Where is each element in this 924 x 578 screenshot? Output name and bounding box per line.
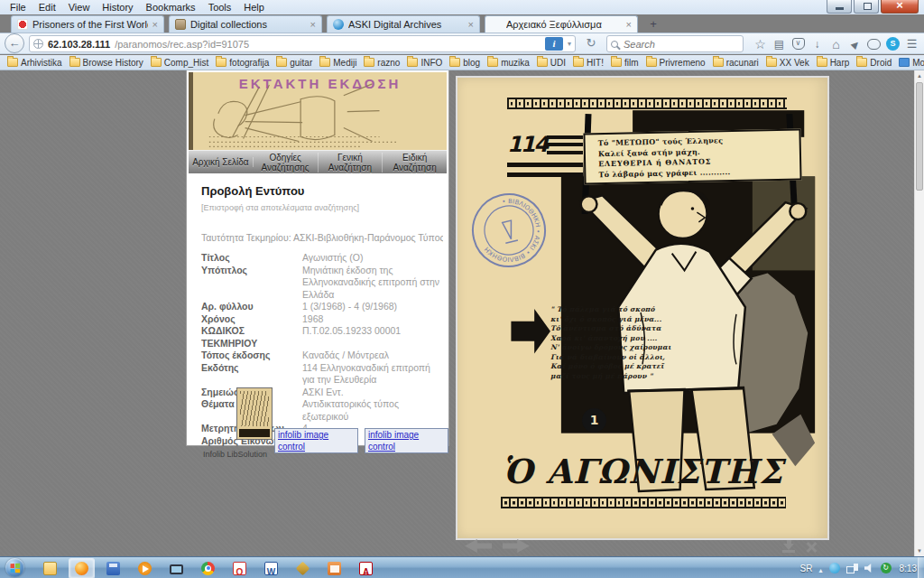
taskbar-media-player-button[interactable] [133, 559, 157, 578]
close-icon[interactable] [806, 541, 818, 553]
back-button[interactable]: ← [5, 33, 24, 53]
document-scan[interactable]: 114 Τό "ΜΕΤΩΠΟ" τούς ΈλληνεςΚαλεί ξανά σ… [456, 76, 829, 540]
archive-favicon-icon [175, 19, 186, 30]
bookmark-label: Privremeno [660, 58, 706, 68]
network-icon[interactable] [846, 564, 858, 573]
tab-close-icon[interactable]: × [468, 20, 474, 30]
bookmark-muzika[interactable]: muzika [484, 58, 533, 68]
bookmark-label: Comp_Hist [164, 58, 208, 68]
share-icon[interactable] [845, 35, 864, 53]
search-input[interactable] [622, 38, 739, 51]
bookmark-harp[interactable]: Harp [813, 58, 854, 68]
start-button[interactable] [5, 558, 24, 577]
tab-aski-digital-archives[interactable]: ASKI Digital Archives× [327, 15, 480, 33]
menu-help[interactable]: Help [237, 1, 271, 14]
clock[interactable]: 8:13 [900, 564, 917, 573]
next-page-icon[interactable] [503, 539, 530, 553]
taskbar-word-button[interactable] [259, 559, 283, 578]
taskbar-backup-button[interactable] [101, 559, 125, 578]
record-field-row: Αρ. φύλλου1 (3/1968) - 4 (9/1968) [201, 301, 445, 313]
home-icon[interactable] [827, 35, 845, 53]
menu-view[interactable]: View [62, 1, 97, 14]
tab-close-icon[interactable]: × [152, 20, 158, 30]
scroll-down-icon[interactable]: ▼ [915, 545, 924, 556]
menu-icon[interactable] [902, 35, 921, 53]
chat-icon[interactable] [864, 35, 883, 53]
bookmark-razno[interactable]: razno [360, 58, 403, 68]
page-tools [782, 540, 818, 553]
scrollbar-thumb[interactable] [916, 82, 923, 191]
messenger-icon[interactable] [829, 563, 840, 573]
bookmark-hit[interactable]: HIT! [569, 58, 607, 68]
menu-file[interactable]: File [4, 1, 32, 14]
previous-page-icon[interactable] [465, 539, 492, 553]
tab-prisoners-of-the-first-world[interactable]: Prisoners of the First World...× [11, 15, 164, 33]
folder-icon [7, 58, 18, 67]
bookmark-label: razno [377, 58, 400, 68]
language-indicator[interactable]: SR [800, 564, 813, 573]
restore-button[interactable] [854, 0, 879, 14]
bookmark-star-icon[interactable] [751, 35, 770, 53]
taskbar-chrome-button[interactable] [196, 559, 220, 578]
field-value: Π.Τ.02.05.19233 00001 [302, 325, 445, 350]
bookmark-blog[interactable]: blog [446, 58, 484, 68]
site-nav-1[interactable]: Αρχική Σελίδα [189, 157, 254, 167]
bookmark-fotografija[interactable]: fotografija [212, 58, 273, 68]
bookmark-most-visited[interactable]: Most Visited [895, 58, 924, 68]
bookmark-info[interactable]: INFO [403, 58, 446, 68]
bookmark-privremeno[interactable]: Privremeno [642, 58, 709, 68]
taskbar-windows-explorer-button[interactable] [38, 559, 62, 578]
menu-tools[interactable]: Tools [202, 1, 238, 14]
tab-αρχειακό-ξεφύλλισμα[interactable]: Αρχειακό Ξεφύλλισμα× [485, 15, 638, 33]
tab-close-icon[interactable]: × [310, 20, 316, 30]
bookmark-film[interactable]: film [607, 58, 642, 68]
bookmark-arhivistika[interactable]: Arhivistika [4, 58, 66, 68]
menu-history[interactable]: History [96, 1, 139, 14]
bookmark-label: Browse History [83, 58, 143, 68]
download-icon[interactable] [782, 540, 795, 553]
close-button[interactable] [881, 0, 919, 14]
tab-close-icon[interactable]: × [626, 20, 632, 30]
taskbar-office-tool-button[interactable] [291, 559, 315, 578]
minimize-button[interactable] [827, 0, 852, 14]
taskbar-display-settings-button[interactable] [164, 559, 189, 578]
menu-bookmarks[interactable]: Bookmarks [140, 1, 202, 14]
volume-icon[interactable] [864, 564, 874, 573]
downloads-icon[interactable] [808, 35, 827, 53]
bookmark-udi[interactable]: UDI [533, 58, 569, 68]
reading-list-icon[interactable] [770, 35, 789, 53]
menu-edit[interactable]: Edit [32, 1, 62, 14]
bookmark-droid[interactable]: Droid [853, 58, 895, 68]
bookmark-browse-history[interactable]: Browse History [66, 58, 147, 68]
bookmark-xx-vek[interactable]: XX Vek [762, 58, 813, 68]
reload-button[interactable]: ↻ [581, 35, 601, 52]
site-nav-2[interactable]: Οδηγίες Αναζήτησης [254, 153, 319, 172]
record-thumbnail[interactable] [236, 387, 273, 440]
bookmark-comp-hist[interactable]: Comp_Hist [147, 58, 212, 68]
bookmark-racunari[interactable]: racunari [709, 58, 762, 68]
skype-icon[interactable] [886, 37, 900, 51]
bookmark-guitar[interactable]: guitar [273, 58, 316, 68]
info-button[interactable]: i [545, 37, 563, 51]
site-nav-4[interactable]: Ειδική Αναζήτηση [383, 153, 447, 172]
url-bar[interactable]: 62.103.28.111 /paranomos/rec.asp?id=9107… [29, 35, 576, 52]
taskbar-pdf-reader-button[interactable] [354, 559, 378, 578]
taskbar-outlook-button[interactable] [322, 559, 346, 578]
show-desktop-button[interactable] [918, 557, 924, 578]
pocket-icon[interactable] [789, 35, 808, 53]
bookmark-mediji[interactable]: Mediji [316, 58, 360, 68]
field-label: Εκδότης [201, 362, 302, 387]
page-scrollbar[interactable]: ▲ ▼ [914, 70, 924, 556]
hidden-icons-icon[interactable] [819, 560, 823, 576]
scroll-up-icon[interactable]: ▲ [915, 70, 924, 81]
new-tab-button[interactable]: + [642, 17, 664, 32]
tab-digital-collections[interactable]: Digital collections× [169, 15, 322, 33]
back-to-results-link[interactable]: [Επιστροφή στα αποτελέσματα αναζήτησης] [201, 203, 359, 212]
antivirus-icon[interactable] [881, 563, 892, 573]
taskbar-opera-button[interactable] [227, 559, 252, 578]
taskbar-firefox-button[interactable] [69, 559, 94, 578]
url-dropdown-icon[interactable]: ▾ [568, 40, 571, 48]
field-value: 1 (3/1968) - 4 (9/1968) [302, 301, 445, 313]
site-nav-3[interactable]: Γενική Αναζήτηση [319, 153, 383, 172]
search-box[interactable] [606, 35, 744, 52]
